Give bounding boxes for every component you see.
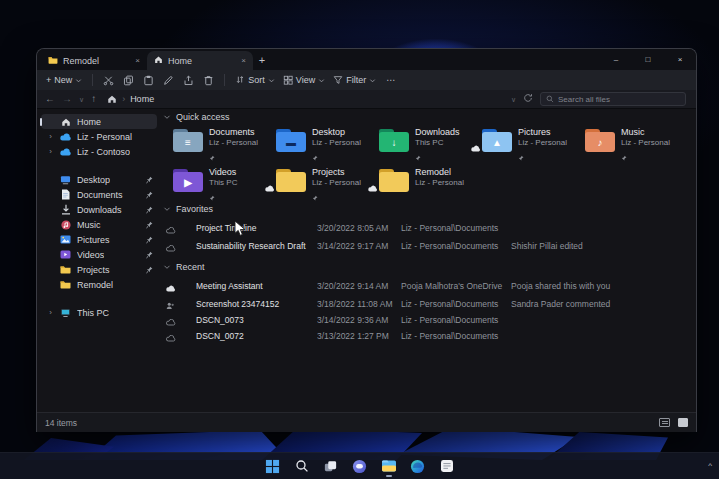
search-button[interactable] bbox=[291, 454, 313, 478]
section-header-quick-access[interactable]: Quick access bbox=[163, 111, 230, 123]
tab-close-icon[interactable]: × bbox=[135, 57, 140, 65]
collapse-chevron-icon bbox=[163, 263, 171, 271]
cloud-status-icon bbox=[166, 224, 176, 239]
tab-label: Home bbox=[168, 56, 192, 66]
pin-icon bbox=[209, 149, 258, 165]
tile-documents[interactable]: ≡ Documents Liz - Personal bbox=[173, 125, 276, 161]
tab-home[interactable]: Home × bbox=[147, 51, 253, 70]
up-button[interactable]: ↑ bbox=[91, 94, 96, 104]
tile-music[interactable]: ♪ Music Liz - Personal bbox=[585, 125, 688, 161]
cloud-status-icon bbox=[166, 242, 176, 257]
pin-icon bbox=[415, 149, 460, 165]
copy-icon[interactable] bbox=[123, 75, 134, 86]
tile-remodel[interactable]: Remodel Liz - Personal bbox=[379, 165, 482, 201]
chat-button[interactable] bbox=[349, 454, 371, 478]
cloud-solid-status-icon bbox=[166, 282, 176, 297]
home-icon bbox=[107, 94, 117, 104]
home-icon bbox=[59, 117, 72, 127]
folder-icon: ♪ bbox=[585, 129, 615, 153]
large-icons-view-toggle-icon[interactable] bbox=[678, 418, 688, 427]
pin-icon bbox=[312, 149, 361, 165]
folder-icon: ≡ bbox=[173, 129, 203, 153]
forward-button[interactable]: → bbox=[62, 94, 72, 104]
paste-icon[interactable] bbox=[143, 75, 154, 86]
status-bar: 14 items bbox=[37, 412, 696, 432]
delete-icon[interactable] bbox=[203, 75, 214, 86]
sidebar-item-projects[interactable]: Projects bbox=[41, 262, 157, 277]
tile-desktop[interactable]: ▬ Desktop Liz - Personal bbox=[276, 125, 379, 161]
collapse-chevron-icon bbox=[163, 205, 171, 213]
filter-button[interactable]: Filter bbox=[333, 75, 376, 85]
edge-button[interactable] bbox=[407, 454, 429, 478]
task-view-button[interactable] bbox=[320, 454, 342, 478]
sidebar-item-documents[interactable]: Documents bbox=[41, 187, 157, 202]
search-input[interactable] bbox=[558, 95, 680, 104]
details-view-toggle-icon[interactable] bbox=[659, 418, 670, 427]
chevron-down-icon bbox=[318, 77, 325, 84]
music-icon bbox=[59, 220, 72, 230]
desktop-icon bbox=[59, 175, 72, 185]
folder-icon: ▲ bbox=[482, 129, 512, 153]
breadcrumb-segment: Home bbox=[130, 94, 154, 104]
start-button[interactable] bbox=[262, 454, 284, 478]
cut-icon[interactable] bbox=[103, 75, 114, 86]
file-row-dscn-0073[interactable]: DSCN_0073 3/14/2022 9:36 AM Liz - Person… bbox=[161, 313, 696, 328]
chevron-down-icon bbox=[369, 77, 376, 84]
new-tab-button[interactable]: + bbox=[253, 54, 271, 66]
sort-button[interactable]: Sort bbox=[235, 75, 275, 85]
sidebar-item-remodel[interactable]: Remodel bbox=[41, 277, 157, 292]
new-button[interactable]: + New bbox=[46, 75, 82, 85]
folder-icon bbox=[48, 56, 58, 66]
file-row-sustainability-research-draft[interactable]: Sustainability Research Draft 3/14/2022 … bbox=[161, 239, 696, 254]
view-button[interactable]: View bbox=[283, 75, 325, 85]
tile-pictures[interactable]: ▲ Pictures Liz - Personal bbox=[482, 125, 585, 161]
onedrive-icon bbox=[59, 133, 72, 141]
recent-locations-button[interactable]: ∨ bbox=[79, 96, 84, 103]
home-icon bbox=[154, 55, 163, 66]
sidebar-item-music[interactable]: Music bbox=[41, 217, 157, 232]
tile-downloads[interactable]: ↓ Downloads This PC bbox=[379, 125, 482, 161]
pin-icon bbox=[146, 221, 153, 229]
tab-remodel[interactable]: Remodel × bbox=[41, 51, 147, 70]
file-explorer-button[interactable] bbox=[378, 454, 400, 478]
sidebar-item-videos[interactable]: Videos bbox=[41, 247, 157, 262]
more-options-button[interactable]: ⋯ bbox=[386, 75, 395, 85]
maximize-button[interactable]: □ bbox=[632, 49, 664, 70]
tile-projects[interactable]: Projects Liz - Personal bbox=[276, 165, 379, 201]
sidebar-item-pictures[interactable]: Pictures bbox=[41, 232, 157, 247]
section-header-recent[interactable]: Recent bbox=[163, 261, 205, 273]
screen: Remodel × Home × + – □ × + New bbox=[0, 0, 719, 479]
window-controls: – □ × bbox=[600, 49, 696, 70]
sidebar-item-liz-personal[interactable]: › Liz - Personal bbox=[41, 129, 157, 144]
system-tray-chevron[interactable]: ^ bbox=[708, 452, 712, 479]
cloud-icon bbox=[368, 178, 378, 196]
back-button[interactable]: ← bbox=[45, 94, 55, 104]
file-row-dscn-0072[interactable]: DSCN_0072 3/13/2022 1:27 PM Liz - Person… bbox=[161, 329, 696, 344]
pin-icon bbox=[146, 236, 153, 244]
search-box[interactable] bbox=[540, 92, 686, 106]
refresh-icon[interactable] bbox=[523, 93, 533, 105]
sidebar-item-desktop[interactable]: Desktop bbox=[41, 172, 157, 187]
minimize-button[interactable]: – bbox=[600, 49, 632, 70]
tab-close-icon[interactable]: × bbox=[241, 57, 246, 65]
sidebar-item-downloads[interactable]: Downloads bbox=[41, 202, 157, 217]
close-button[interactable]: × bbox=[664, 49, 696, 70]
office-button[interactable] bbox=[436, 454, 458, 478]
folder-icon: ▬ bbox=[276, 129, 306, 153]
file-row-meeting-assistant[interactable]: Meeting Assistant 3/20/2022 9:14 AM Pooj… bbox=[161, 279, 696, 294]
rename-icon[interactable] bbox=[163, 75, 174, 86]
sidebar-item-liz-contoso[interactable]: › Liz - Contoso bbox=[41, 144, 157, 159]
pin-icon bbox=[312, 189, 361, 205]
file-row-screenshot-23474152[interactable]: Screenshot 23474152 3/18/2022 11:08 AM L… bbox=[161, 297, 696, 312]
address-dropdown-icon[interactable]: ∨ bbox=[511, 96, 516, 103]
sidebar-item-home[interactable]: Home bbox=[41, 114, 157, 129]
tile-videos[interactable]: ▶ Videos This PC bbox=[173, 165, 276, 201]
cloud-status-icon bbox=[166, 332, 176, 347]
pin-icon bbox=[146, 251, 153, 259]
sidebar-item-this-pc[interactable]: › This PC bbox=[41, 305, 157, 320]
share-icon[interactable] bbox=[183, 75, 194, 86]
section-header-favorites[interactable]: Favorites bbox=[163, 203, 213, 215]
breadcrumb[interactable]: › Home bbox=[103, 94, 504, 104]
file-list-area: Quick access ≡ Documents Liz - Personal bbox=[161, 109, 696, 413]
chevron-down-icon bbox=[75, 77, 82, 84]
